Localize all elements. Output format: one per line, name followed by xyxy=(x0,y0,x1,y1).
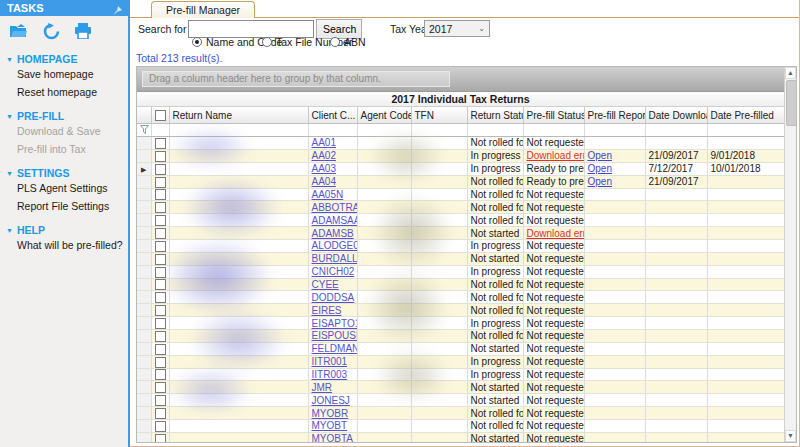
client-code-link[interactable]: IITR003 xyxy=(312,369,348,380)
tax-year-select[interactable]: 2017 ⌄ xyxy=(424,20,490,37)
filter-cell[interactable] xyxy=(467,124,523,137)
client-code-link[interactable]: EISPOUSE xyxy=(312,330,358,341)
row-checkbox[interactable] xyxy=(155,344,166,355)
sidebar-item-report-file-settings[interactable]: Report File Settings xyxy=(0,197,128,215)
client-code-cell: ADAMSB xyxy=(308,227,357,240)
group-by-bar[interactable]: Drag a column header here to group by th… xyxy=(137,67,784,92)
client-code-link[interactable]: CNICH02 xyxy=(312,266,355,277)
open-report-link[interactable]: Open xyxy=(588,176,612,187)
filter-cell[interactable] xyxy=(308,124,357,137)
row-checkbox[interactable] xyxy=(155,202,166,213)
sidebar-item-what-will-be-prefilled[interactable]: What will be pre-filled? xyxy=(0,236,128,254)
client-code-link[interactable]: JONESJ xyxy=(312,395,350,406)
client-code-link[interactable]: MYOBTA xyxy=(312,433,353,442)
sidebar-item-pls-agent-settings[interactable]: PLS Agent Settings xyxy=(0,179,128,197)
row-checkbox[interactable] xyxy=(155,305,166,316)
client-code-link[interactable]: BURDALLR xyxy=(312,253,358,264)
scrollbar-thumb[interactable] xyxy=(786,80,797,126)
row-checkbox[interactable] xyxy=(155,164,166,175)
client-code-link[interactable]: AA04 xyxy=(312,176,336,187)
client-code-link[interactable]: JMR xyxy=(312,382,333,393)
tab-prefill-manager[interactable]: Pre-fill Manager xyxy=(151,1,255,18)
row-checkbox[interactable] xyxy=(155,267,166,278)
row-checkbox[interactable] xyxy=(155,189,166,200)
client-code-link[interactable]: EIRES xyxy=(312,305,342,316)
client-code-link[interactable]: MYOBT xyxy=(312,420,348,431)
column-header-date-prefilled[interactable]: Date Pre-filled xyxy=(707,107,784,124)
row-checkbox[interactable] xyxy=(155,215,166,226)
row-checkbox[interactable] xyxy=(155,357,166,368)
filter-cell[interactable] xyxy=(523,124,584,137)
pin-icon[interactable] xyxy=(113,3,122,19)
client-code-link[interactable]: IITR001 xyxy=(312,356,348,367)
client-code-link[interactable]: ADAMSAA xyxy=(312,215,358,226)
scroll-up-arrow[interactable]: ▲ xyxy=(785,67,796,79)
filter-cell[interactable] xyxy=(645,124,707,137)
filter-cell[interactable] xyxy=(411,124,467,137)
client-code-link[interactable]: CYEE xyxy=(312,279,339,290)
column-header-date-downloaded[interactable]: Date Downloaded xyxy=(645,107,707,124)
client-code-link[interactable]: FELDMANM xyxy=(312,343,358,354)
column-header-return-status[interactable]: Return Status xyxy=(467,107,523,124)
column-header-prefill-report[interactable]: Pre-fill Report xyxy=(584,107,645,124)
filter-cell[interactable] xyxy=(357,124,411,137)
client-code-link[interactable]: ABBOTRANK xyxy=(312,202,358,213)
column-header-prefill-status[interactable]: Pre-fill Status xyxy=(523,107,584,124)
client-code-link[interactable]: AA01 xyxy=(312,137,336,148)
row-checkbox[interactable] xyxy=(155,138,166,149)
row-checkbox[interactable] xyxy=(155,421,166,432)
open-homepage-icon[interactable] xyxy=(8,22,30,40)
row-checkbox[interactable] xyxy=(155,318,166,329)
download-error-link[interactable]: Download error xyxy=(527,150,585,161)
collapse-triangle-icon[interactable]: ▼ xyxy=(6,113,13,120)
client-code-link[interactable]: AA02 xyxy=(312,150,336,161)
client-code-link[interactable]: ADAMSB xyxy=(312,228,354,239)
collapse-triangle-icon[interactable]: ▼ xyxy=(6,227,13,234)
select-all-header[interactable] xyxy=(151,107,169,124)
row-indicator-cell xyxy=(137,252,151,265)
client-code-link[interactable]: AA03 xyxy=(312,163,336,174)
row-checkbox[interactable] xyxy=(155,434,166,442)
row-checkbox[interactable] xyxy=(155,279,166,290)
row-checkbox[interactable] xyxy=(155,382,166,393)
client-code-link[interactable]: AA05N xyxy=(312,189,344,200)
collapse-triangle-icon[interactable]: ▼ xyxy=(6,56,13,63)
row-checkbox[interactable] xyxy=(155,408,166,419)
filter-cell[interactable] xyxy=(707,124,784,137)
open-report-link[interactable]: Open xyxy=(588,150,612,161)
refresh-icon[interactable] xyxy=(40,22,62,40)
row-checkbox[interactable] xyxy=(155,331,166,342)
client-code-link[interactable]: EISAPTO1 xyxy=(312,318,358,329)
date-prefilled-cell xyxy=(707,227,784,240)
column-header-client-code[interactable]: Client C...▲ xyxy=(308,107,357,124)
print-icon[interactable] xyxy=(72,22,94,40)
column-header-agent-code[interactable]: Agent Code xyxy=(357,107,411,124)
vertical-scrollbar[interactable]: ▲ ▼ xyxy=(784,67,796,442)
row-checkbox[interactable] xyxy=(155,177,166,188)
scroll-down-arrow[interactable]: ▼ xyxy=(785,430,796,442)
prefill-report-cell xyxy=(584,394,645,407)
column-header-tfn[interactable]: TFN xyxy=(411,107,467,124)
select-all-checkbox[interactable] xyxy=(155,110,166,121)
filter-cell[interactable] xyxy=(169,124,308,137)
sidebar-item-save-homepage[interactable]: Save homepage xyxy=(0,65,128,83)
open-report-link[interactable]: Open xyxy=(588,163,612,174)
radio-abn[interactable]: ABN xyxy=(330,36,366,48)
collapse-triangle-icon[interactable]: ▼ xyxy=(6,170,13,177)
row-checkbox[interactable] xyxy=(155,241,166,252)
filter-icon[interactable] xyxy=(137,124,151,137)
client-code-link[interactable]: ALODGE01 xyxy=(312,240,358,251)
download-error-link[interactable]: Download error xyxy=(527,228,585,239)
filter-cell[interactable] xyxy=(584,124,645,137)
sidebar-item-reset-homepage[interactable]: Reset homepage xyxy=(0,83,128,101)
row-checkbox[interactable] xyxy=(155,369,166,380)
row-checkbox[interactable] xyxy=(155,228,166,239)
column-header-return-name[interactable]: Return Name xyxy=(169,107,308,124)
client-code-link[interactable]: DODDSA xyxy=(312,292,355,303)
row-checkbox[interactable] xyxy=(155,254,166,265)
row-checkbox[interactable] xyxy=(155,151,166,162)
row-checkbox[interactable] xyxy=(155,292,166,303)
row-checkbox[interactable] xyxy=(155,395,166,406)
client-code-link[interactable]: MYOBR xyxy=(312,408,349,419)
prefill-report-cell xyxy=(584,278,645,291)
